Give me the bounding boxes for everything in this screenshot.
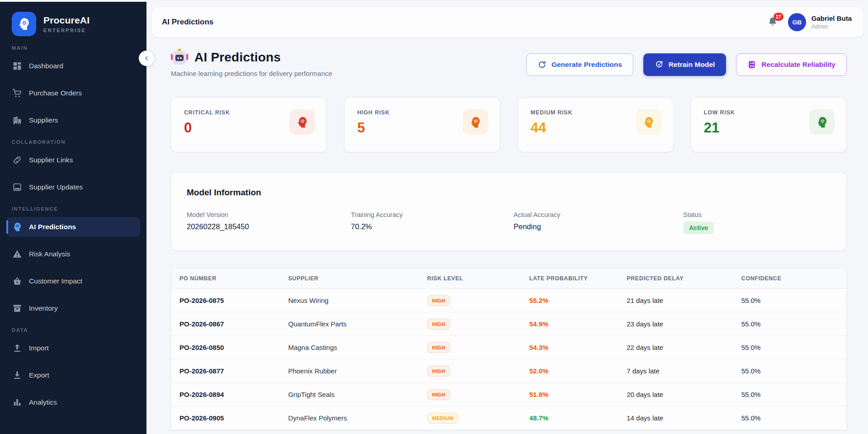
table-header-row: PO NUMBER SUPPLIER RISK LEVEL LATE PROBA…: [171, 268, 846, 289]
recalculate-reliability-button[interactable]: Recalculate Reliability: [736, 53, 847, 76]
link-icon: [12, 155, 22, 165]
late-probability-cell: 54.3%: [529, 344, 627, 351]
supplier-cell: Phoenix Rubber: [288, 367, 427, 375]
training-accuracy-field: Training Accuracy 70.2%: [351, 211, 514, 234]
page-actions: Generate Predictions Retrain Model Recal…: [526, 53, 847, 76]
predicted-delay-cell: 22 days late: [627, 344, 741, 351]
sidebar-item-supplier-links[interactable]: Supplier Links: [6, 150, 140, 170]
confidence-cell: 55.0%: [741, 367, 838, 375]
user-role: Admin: [811, 23, 852, 30]
archive-box-icon: [12, 303, 22, 313]
bar-chart-icon: [12, 397, 22, 407]
monitor-icon: [12, 182, 22, 192]
confidence-cell: 55.0%: [741, 344, 838, 351]
sidebar-item-export[interactable]: Export: [6, 365, 140, 385]
notification-count-badge: 17: [774, 13, 783, 21]
page-title: AI Predictions: [194, 50, 281, 65]
risk-card-row: CRITICAL RISK 0 HIGH RISK 5 MEDIUM RISK: [171, 97, 847, 152]
calculator-icon: [747, 60, 756, 69]
cart-icon: [12, 88, 22, 98]
head-gear-icon: [463, 109, 488, 135]
brand-logo[interactable]: ProcureAI ENTERPRISE: [0, 2, 146, 36]
risk-level-badge: HIGH: [427, 319, 450, 330]
critical-risk-card: CRITICAL RISK 0: [171, 97, 327, 152]
confidence-cell: 55.0%: [741, 414, 838, 422]
sidebar-item-suppliers[interactable]: Suppliers: [6, 110, 140, 130]
risk-card-label: LOW RISK: [704, 109, 735, 116]
sidebar-item-import[interactable]: Import: [6, 338, 140, 358]
po-number-cell: PO-2026-0877: [179, 367, 288, 375]
po-number-cell: PO-2026-0850: [179, 344, 288, 351]
user-name: Gabriel Buta: [811, 14, 852, 22]
brand-head-gear-icon: [12, 12, 36, 36]
confidence-cell: 55.0%: [741, 391, 838, 398]
status-badge: Active: [683, 222, 714, 234]
app-root: ProcureAI ENTERPRISE MAIN Dashboard Purc…: [0, 0, 868, 434]
table-row[interactable]: PO-2026-0905 DynaFlex Polymers MEDIUM 48…: [171, 406, 846, 430]
risk-card-value: 0: [184, 120, 230, 136]
table-row[interactable]: PO-2026-0850 Magna Castings HIGH 54.3% 2…: [171, 336, 846, 359]
topbar-title: AI Predictions: [162, 18, 213, 27]
po-number-cell: PO-2026-0894: [179, 391, 288, 398]
sidebar-item-purchase-orders[interactable]: Purchase Orders: [6, 83, 140, 103]
predicted-delay-cell: 7 days late: [627, 367, 741, 375]
refresh-icon: [538, 60, 547, 69]
table-row[interactable]: PO-2026-0877 Phoenix Rubber HIGH 52.0% 7…: [171, 359, 846, 383]
user-menu[interactable]: GB Gabriel Buta Admin: [788, 13, 852, 31]
risk-card-label: CRITICAL RISK: [184, 109, 230, 116]
sidebar-item-inventory[interactable]: Inventory: [6, 298, 140, 318]
upload-icon: [12, 343, 22, 353]
sidebar-item-dashboard[interactable]: Dashboard: [6, 56, 140, 76]
late-probability-cell: 51.8%: [529, 391, 627, 398]
building-icon: [12, 115, 22, 125]
late-probability-cell: 54.9%: [529, 320, 627, 328]
model-information-card: Model Information Model Version 20260228…: [171, 172, 847, 251]
low-risk-card: LOW RISK 21: [691, 97, 847, 152]
sidebar-item-customer-impact[interactable]: Customer Impact: [6, 271, 140, 291]
retrain-model-button[interactable]: Retrain Model: [643, 53, 726, 76]
head-gear-icon: [636, 109, 661, 135]
risk-level-badge: MEDIUM: [427, 413, 458, 424]
page-subtitle: Machine learning predictions for deliver…: [171, 70, 332, 77]
sidebar: ProcureAI ENTERPRISE MAIN Dashboard Purc…: [0, 2, 146, 434]
page-header: AI Predictions Machine learning predicti…: [171, 50, 847, 77]
model-information-title: Model Information: [187, 188, 831, 198]
page-content: AI Predictions Machine learning predicti…: [146, 37, 868, 430]
late-probability-cell: 55.2%: [529, 297, 627, 304]
table-row[interactable]: PO-2026-0867 QuantumFlex Parts HIGH 54.9…: [171, 312, 846, 336]
table-row[interactable]: PO-2026-0894 GripTight Seals HIGH 51.8% …: [171, 383, 846, 406]
risk-card-value: 5: [357, 120, 390, 136]
dashboard-icon: [12, 61, 22, 71]
risk-card-value: 21: [704, 120, 735, 136]
sidebar-item-supplier-updates[interactable]: Supplier Updates: [6, 177, 140, 197]
generate-predictions-button[interactable]: Generate Predictions: [526, 53, 633, 76]
risk-level-badge: HIGH: [427, 389, 450, 400]
sidebar-section-main: MAIN: [12, 45, 135, 51]
chevron-left-icon: [143, 55, 150, 62]
predictions-table: PO NUMBER SUPPLIER RISK LEVEL LATE PROBA…: [171, 268, 847, 430]
confidence-cell: 55.0%: [741, 297, 838, 304]
supplier-cell: DynaFlex Polymers: [288, 414, 427, 422]
head-gear-icon: [289, 109, 315, 135]
risk-level-badge: HIGH: [427, 342, 450, 353]
warning-triangle-icon: [12, 249, 22, 259]
basket-icon: [12, 276, 22, 286]
sidebar-item-analytics[interactable]: Analytics: [6, 392, 140, 412]
po-number-cell: PO-2026-0867: [179, 320, 288, 328]
risk-level-badge: HIGH: [427, 295, 450, 306]
status-field: Status Active: [683, 211, 831, 234]
table-row[interactable]: PO-2026-0875 Nexus Wiring HIGH 55.2% 21 …: [171, 289, 846, 312]
sidebar-item-risk-analysis[interactable]: Risk Analysis: [6, 244, 140, 264]
sidebar-section-data: DATA: [12, 327, 135, 333]
sidebar-item-ai-predictions[interactable]: AI Predictions: [6, 217, 140, 237]
late-probability-cell: 52.0%: [529, 367, 627, 375]
robot-emoji-icon: [171, 50, 188, 65]
sidebar-section-intelligence: INTELLIGENCE: [12, 206, 135, 212]
supplier-cell: QuantumFlex Parts: [288, 320, 427, 328]
notifications-button[interactable]: 17: [767, 16, 779, 28]
risk-card-label: HIGH RISK: [357, 109, 390, 116]
main-area: AI Predictions 17 GB Gabriel Buta Admin: [146, 2, 868, 434]
retrain-icon: [655, 60, 664, 69]
sidebar-collapse-button[interactable]: [139, 51, 154, 66]
po-number-cell: PO-2026-0875: [179, 297, 288, 304]
